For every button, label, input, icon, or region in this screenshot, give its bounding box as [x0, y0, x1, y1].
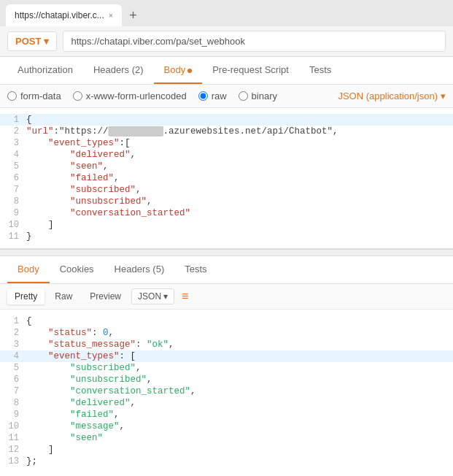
code-line: 3 "event_types":[: [0, 137, 453, 149]
json-chevron-icon: ▾: [441, 91, 446, 101]
json-type-selector[interactable]: JSON (application/json) ▾: [338, 91, 446, 101]
format-preview-button[interactable]: Preview: [82, 288, 128, 304]
resp-code-line: 2 "status": 0,: [0, 327, 453, 339]
tab-tests[interactable]: Tests: [299, 57, 341, 84]
code-line: 1 {: [0, 114, 453, 126]
code-line: 5 "seen",: [0, 161, 453, 172]
tab-close-icon[interactable]: ×: [109, 11, 113, 20]
url-bar: POST ▾: [0, 26, 453, 57]
method-label: POST: [15, 36, 41, 47]
request-code-editor[interactable]: 1 { 2 "url":"https://██████████.azureweb…: [0, 108, 453, 249]
code-line: 6 "failed",: [0, 172, 453, 184]
body-options: form-data x-www-form-urlencoded raw bina…: [0, 85, 453, 108]
code-line: 10 ]: [0, 219, 453, 231]
browser-tab[interactable]: https://chatapi.viber.c... ×: [6, 4, 122, 26]
resp-code-line: 8 "delivered",: [0, 397, 453, 409]
tab-authorization[interactable]: Authorization: [7, 57, 83, 84]
filter-icon[interactable]: ≡: [182, 290, 188, 303]
option-binary[interactable]: binary: [239, 91, 277, 101]
resp-code-line: 3 "status_message": "ok",: [0, 339, 453, 350]
method-button[interactable]: POST ▾: [7, 31, 57, 51]
resp-code-line: 5 "subscribed",: [0, 362, 453, 374]
resp-code-line: 9 "failed",: [0, 409, 453, 421]
resp-code-line: 1 {: [0, 315, 453, 327]
format-pretty-button[interactable]: Pretty: [7, 288, 44, 304]
option-raw[interactable]: raw: [198, 91, 227, 101]
resp-code-line: 13 };: [0, 456, 453, 467]
response-tabs: Body Cookies Headers (5) Tests: [0, 256, 453, 284]
resp-code-line: 6 "unsubscribed",: [0, 374, 453, 385]
resp-code-line: 4 "event_types": [: [0, 350, 453, 362]
resp-code-line: 11 "seen": [0, 432, 453, 444]
method-chevron: ▾: [44, 36, 49, 47]
body-dot: [187, 69, 192, 73]
tab-headers[interactable]: Headers (2): [83, 57, 154, 84]
resp-tab-cookies[interactable]: Cookies: [50, 256, 104, 283]
code-line: 7 "subscribed",: [0, 184, 453, 196]
resp-json-chevron-icon: ▾: [163, 291, 168, 302]
resp-json-selector[interactable]: JSON ▾: [131, 288, 174, 304]
resp-code-line: 10 "message",: [0, 421, 453, 432]
response-format-bar: Pretty Raw Preview JSON ▾ ≡: [0, 284, 453, 310]
resp-tab-headers[interactable]: Headers (5): [104, 256, 175, 283]
tab-body[interactable]: Body: [154, 57, 203, 84]
section-divider: [0, 249, 453, 256]
request-tabs: Authorization Headers (2) Body Pre-reque…: [0, 57, 453, 85]
resp-json-label: JSON: [138, 291, 161, 302]
tab-pre-request-script[interactable]: Pre-request Script: [202, 57, 299, 84]
json-type-label: JSON (application/json): [338, 91, 438, 101]
format-raw-button[interactable]: Raw: [47, 288, 80, 304]
code-line: 4 "delivered",: [0, 149, 453, 161]
code-line: 8 "unsubscribed",: [0, 196, 453, 207]
code-line: 11 }: [0, 231, 453, 242]
code-line: 9 "conversation_started": [0, 207, 453, 219]
code-line: 2 "url":"https://██████████.azurewebsite…: [0, 126, 453, 137]
option-urlencoded[interactable]: x-www-form-urlencoded: [73, 91, 187, 101]
resp-code-line: 7 "conversation_started",: [0, 385, 453, 397]
tab-label: https://chatapi.viber.c...: [15, 10, 104, 20]
response-code-editor: 1 { 2 "status": 0, 3 "status_message": "…: [0, 310, 453, 473]
resp-tab-tests[interactable]: Tests: [174, 256, 217, 283]
url-input[interactable]: [63, 31, 446, 52]
new-tab-button[interactable]: +: [125, 7, 142, 23]
resp-tab-body[interactable]: Body: [7, 256, 50, 283]
option-form-data[interactable]: form-data: [7, 91, 61, 101]
resp-code-line: 12 ]: [0, 444, 453, 456]
